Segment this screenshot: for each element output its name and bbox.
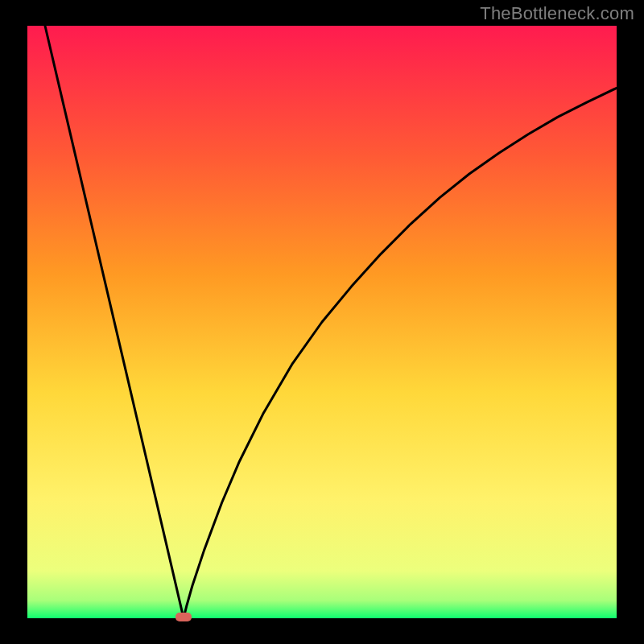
curve-minimum-marker: [175, 613, 192, 621]
watermark-label: TheBottleneck.com: [480, 3, 634, 24]
chart-svg: [0, 0, 644, 644]
chart-stage: TheBottleneck.com: [0, 0, 644, 644]
